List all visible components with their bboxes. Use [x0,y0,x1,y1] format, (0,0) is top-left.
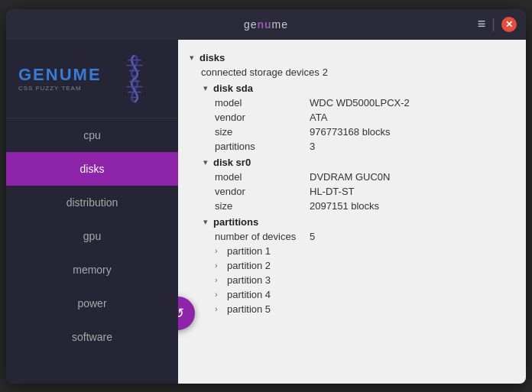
sr0-model-value: DVDRAM GUC0N [310,171,390,183]
partition-2-label: partition 2 [227,260,271,271]
partition-5-label: partition 5 [227,303,271,315]
tree-item-sr0: ▾ disk sr0 model DVDRAM GUC0N vendor [198,155,520,213]
partitions-number-value: 5 [310,231,315,242]
connected-devices-label: connected storage devices [201,66,320,78]
sidebar: GENUME CSS FUZZY TEAM [6,40,178,384]
sda-vendor-label: vendor [215,112,307,123]
disks-label: disks [200,52,225,63]
sda-partitions-label: partitions [215,141,307,152]
logo-text-block: GENUME CSS FUZZY TEAM [18,65,102,92]
titlebar-right: ≡ | ✕ [478,16,517,32]
disks-children: connected storage devices 2 ▾ disk sda [184,65,520,316]
partition-1-icon: › [215,246,224,255]
tree-item-partitions: ▾ partitions number of devices 5 › [198,215,520,316]
sda-size-label: size [215,126,307,138]
disks-toggle-icon: ▾ [187,53,196,63]
sidebar-item-gpu[interactable]: gpu [6,219,178,253]
sidebar-item-power[interactable]: power [6,287,178,320]
sr0-vendor-value: HL-DT-ST [310,186,355,197]
logo-sub-text: CSS FUZZY TEAM [18,85,102,92]
sidebar-nav: cpu disks distribution gpu memory power … [6,118,178,384]
partition-1-label: partition 1 [227,245,271,257]
connected-devices-value: 2 [323,66,328,78]
content-area: GENUME CSS FUZZY TEAM [6,40,526,384]
titlebar: genume ≡ | ✕ [6,9,526,40]
partitions-toggle-icon: ▾ [201,217,210,227]
sidebar-item-cpu[interactable]: cpu [6,118,178,152]
partition-2-row[interactable]: › partition 2 [212,258,520,273]
sda-partitions-value: 3 [310,141,315,152]
sidebar-item-distribution[interactable]: distribution [6,186,178,219]
sda-partitions: partitions 3 [212,139,520,154]
sidebar-item-memory[interactable]: memory [6,253,178,287]
tree-row-disks[interactable]: ▾ disks [184,50,520,65]
sr0-model-label: model [215,171,307,183]
partition-2-icon: › [215,261,224,270]
sr0-size-value: 2097151 blocks [310,200,379,212]
partition-3-row[interactable]: › partition 3 [212,273,520,287]
partition-5-row[interactable]: › partition 5 [212,302,520,316]
logo-main-text: GENUME [18,65,102,85]
partitions-children: number of devices 5 › partition 1 › part… [198,229,520,316]
sda-size: size 976773168 blocks [212,125,520,139]
sda-model: model WDC WD5000LPCX-2 [212,96,520,110]
sda-label: disk sda [213,83,253,94]
sidebar-logo: GENUME CSS FUZZY TEAM [6,40,178,118]
tree-row-sda[interactable]: ▾ disk sda [198,81,520,96]
sda-children: model WDC WD5000LPCX-2 vendor ATA size 9… [198,96,520,154]
partition-4-icon: › [215,290,224,299]
sr0-size-label: size [215,200,307,212]
close-button[interactable]: ✕ [501,17,517,32]
sda-size-value: 976773168 blocks [310,126,391,138]
hamburger-icon[interactable]: ≡ [478,16,486,32]
sr0-model: model DVDRAM GUC0N [212,170,520,184]
tree-row-partitions[interactable]: ▾ partitions [198,215,520,229]
partitions-label: partitions [213,216,258,228]
sda-model-label: model [215,97,307,109]
sr0-size: size 2097151 blocks [212,199,520,213]
titlebar-title: genume [244,18,288,31]
sidebar-item-disks[interactable]: disks [6,152,178,186]
partition-3-label: partition 3 [227,274,271,286]
title-nu: nu [258,18,272,31]
partition-4-label: partition 4 [227,289,271,300]
sr0-vendor: vendor HL-DT-ST [212,184,520,199]
sda-model-value: WDC WD5000LPCX-2 [310,97,410,109]
main-content: ↺ ▾ disks connected storage devices 2 [178,40,526,384]
partition-5-icon: › [215,304,224,313]
sda-vendor: vendor ATA [212,110,520,125]
tree-item-sda: ▾ disk sda model WDC WD5000LPCX-2 vendor [198,81,520,154]
title-ge: ge [244,18,258,31]
title-me: me [272,18,288,31]
partition-3-icon: › [215,275,224,284]
sda-toggle-icon: ▾ [201,83,210,93]
disk-tree: ▾ disks connected storage devices 2 ▾ [178,40,526,327]
main-window: genume ≡ | ✕ GENUME CSS FUZZY TEAM [6,9,526,384]
dna-icon [108,52,161,105]
sr0-vendor-label: vendor [215,186,307,197]
partition-4-row[interactable]: › partition 4 [212,287,520,302]
sr0-toggle-icon: ▾ [201,157,210,167]
tree-row-sr0[interactable]: ▾ disk sr0 [198,155,520,170]
partitions-number: number of devices 5 [212,229,520,244]
sidebar-item-software[interactable]: software [6,320,178,354]
partitions-number-label: number of devices [215,231,307,242]
sr0-label: disk sr0 [213,157,251,168]
refresh-button[interactable]: ↺ [178,296,195,330]
sr0-children: model DVDRAM GUC0N vendor HL-DT-ST size … [198,170,520,213]
partition-1-row[interactable]: › partition 1 [212,244,520,258]
sda-vendor-value: ATA [310,112,327,123]
titlebar-divider: | [491,16,495,32]
tree-item-disks: ▾ disks connected storage devices 2 ▾ [184,50,520,316]
leaf-connected-devices: connected storage devices 2 [198,65,520,79]
